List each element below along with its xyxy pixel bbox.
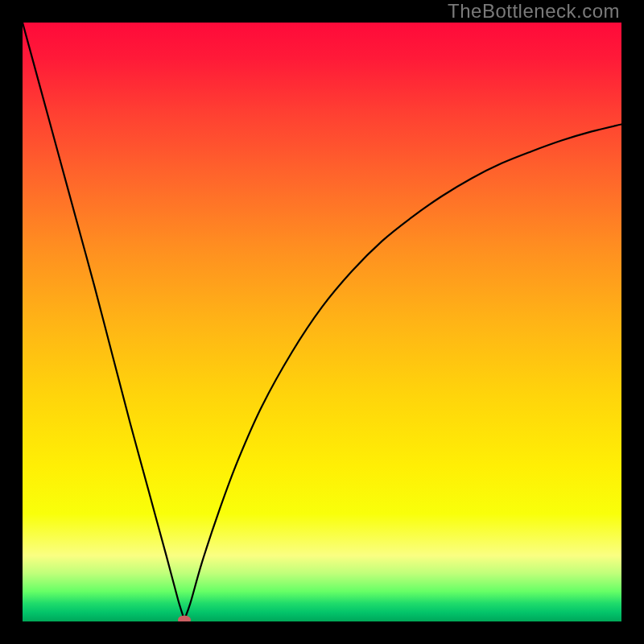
optimum-marker-icon bbox=[178, 615, 191, 621]
plot-area bbox=[23, 23, 621, 621]
bottleneck-curve bbox=[23, 23, 621, 621]
watermark-label: TheBottleneck.com bbox=[448, 0, 620, 23]
chart-canvas: TheBottleneck.com bbox=[0, 0, 644, 644]
